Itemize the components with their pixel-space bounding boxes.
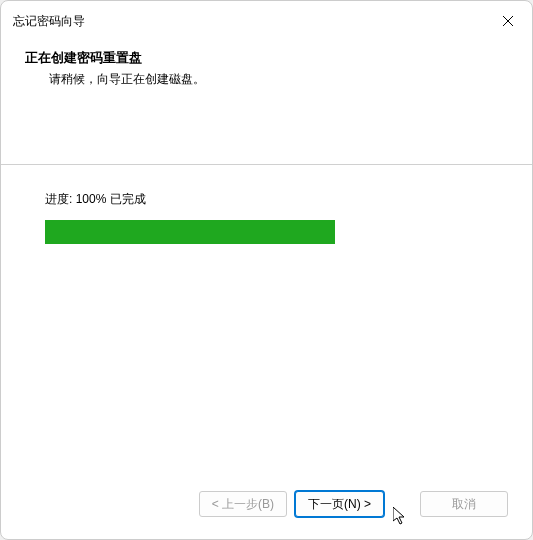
close-button[interactable]: [496, 9, 520, 33]
footer: < 上一步(B) 下一页(N) > 取消: [1, 471, 532, 539]
wizard-subheading: 请稍候，向导正在创建磁盘。: [25, 71, 508, 88]
wizard-heading: 正在创建密码重置盘: [25, 49, 508, 67]
back-button[interactable]: < 上一步(B): [199, 491, 287, 517]
wizard-window: 忘记密码向导 正在创建密码重置盘 请稍候，向导正在创建磁盘。 进度: 100% …: [0, 0, 533, 540]
cancel-button[interactable]: 取消: [420, 491, 508, 517]
window-title: 忘记密码向导: [13, 13, 85, 30]
titlebar: 忘记密码向导: [1, 1, 532, 41]
header-section: 正在创建密码重置盘 请稍候，向导正在创建磁盘。: [1, 41, 532, 104]
close-icon: [503, 16, 513, 26]
content-area: 正在创建密码重置盘 请稍候，向导正在创建磁盘。 进度: 100% 已完成: [1, 41, 532, 471]
progress-bar: [45, 220, 335, 244]
progress-bar-fill: [45, 220, 335, 244]
progress-label: 进度: 100% 已完成: [45, 191, 488, 208]
progress-section: 进度: 100% 已完成: [1, 165, 532, 270]
next-button[interactable]: 下一页(N) >: [295, 491, 384, 517]
